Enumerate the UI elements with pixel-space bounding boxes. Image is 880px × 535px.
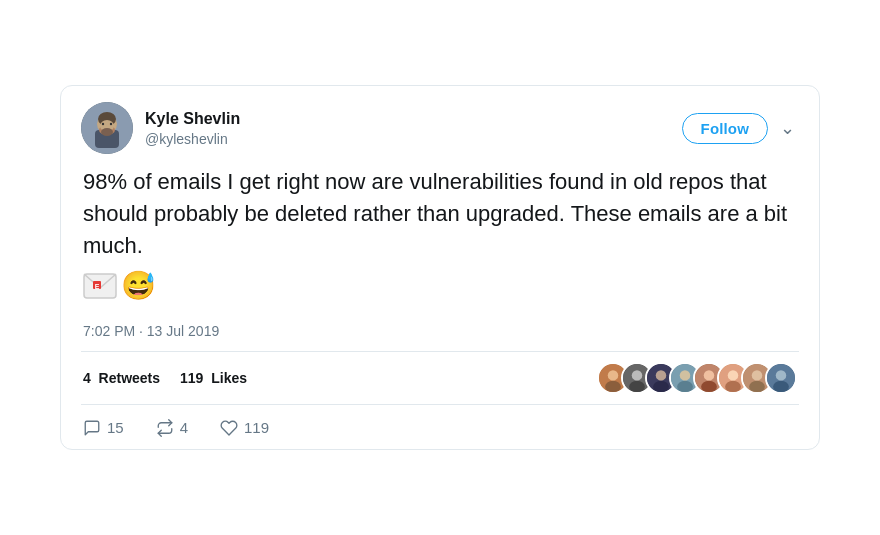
sweat-smile-emoji: 😅 bbox=[121, 266, 156, 307]
retweets-stat[interactable]: 4 Retweets bbox=[83, 370, 160, 386]
likes-stat[interactable]: 119 Likes bbox=[180, 370, 247, 386]
tweet-timestamp: 7:02 PM · 13 Jul 2019 bbox=[81, 323, 799, 339]
likes-count: 119 bbox=[180, 370, 203, 386]
like-count: 119 bbox=[244, 419, 269, 436]
user-name: Kyle Shevlin bbox=[145, 109, 240, 130]
svg-point-7 bbox=[102, 123, 104, 125]
chevron-down-icon[interactable]: ⌄ bbox=[776, 115, 799, 141]
likes-label: Likes bbox=[211, 370, 247, 386]
svg-point-26 bbox=[704, 370, 715, 381]
retweet-count: 4 bbox=[180, 419, 188, 436]
svg-point-20 bbox=[656, 370, 667, 381]
user-info: Kyle Shevlin @kyleshevlin bbox=[145, 109, 240, 148]
svg-text:E: E bbox=[95, 283, 100, 290]
tweet-emojis: E 😅 bbox=[83, 266, 799, 307]
svg-point-17 bbox=[632, 370, 643, 381]
tweet-header: Kyle Shevlin @kyleshevlin Follow ⌄ bbox=[81, 102, 799, 154]
tweet-text: 98% of emails I get right now are vulner… bbox=[83, 169, 787, 258]
retweets-count: 4 bbox=[83, 370, 91, 386]
follow-button[interactable]: Follow bbox=[682, 113, 768, 144]
svg-point-29 bbox=[728, 370, 739, 381]
liker-avatar bbox=[765, 362, 797, 394]
tweet-header-left: Kyle Shevlin @kyleshevlin bbox=[81, 102, 240, 154]
likers-avatars bbox=[597, 362, 797, 394]
avatar[interactable] bbox=[81, 102, 133, 154]
tweet-body: 98% of emails I get right now are vulner… bbox=[81, 166, 799, 306]
reply-icon bbox=[83, 419, 101, 437]
retweet-icon bbox=[156, 419, 174, 437]
retweet-action[interactable]: 4 bbox=[156, 419, 188, 437]
tweet-stats: 4 Retweets 119 Likes bbox=[81, 351, 799, 405]
user-handle: @kyleshevlin bbox=[145, 130, 240, 148]
reply-count: 15 bbox=[107, 419, 124, 436]
like-action[interactable]: 119 bbox=[220, 419, 269, 437]
svg-point-9 bbox=[101, 128, 113, 136]
heart-icon bbox=[220, 419, 238, 437]
reply-action[interactable]: 15 bbox=[83, 419, 124, 437]
svg-point-23 bbox=[680, 370, 691, 381]
tweet-actions: 15 4 119 bbox=[81, 415, 799, 437]
email-emoji: E bbox=[83, 273, 117, 299]
svg-point-35 bbox=[776, 370, 787, 381]
tweet-header-right: Follow ⌄ bbox=[682, 113, 799, 144]
svg-point-14 bbox=[608, 370, 619, 381]
stats-left: 4 Retweets 119 Likes bbox=[83, 370, 247, 386]
tweet-card: Kyle Shevlin @kyleshevlin Follow ⌄ 98% o… bbox=[60, 85, 820, 449]
svg-point-32 bbox=[752, 370, 763, 381]
retweets-label: Retweets bbox=[99, 370, 160, 386]
svg-point-8 bbox=[110, 123, 112, 125]
